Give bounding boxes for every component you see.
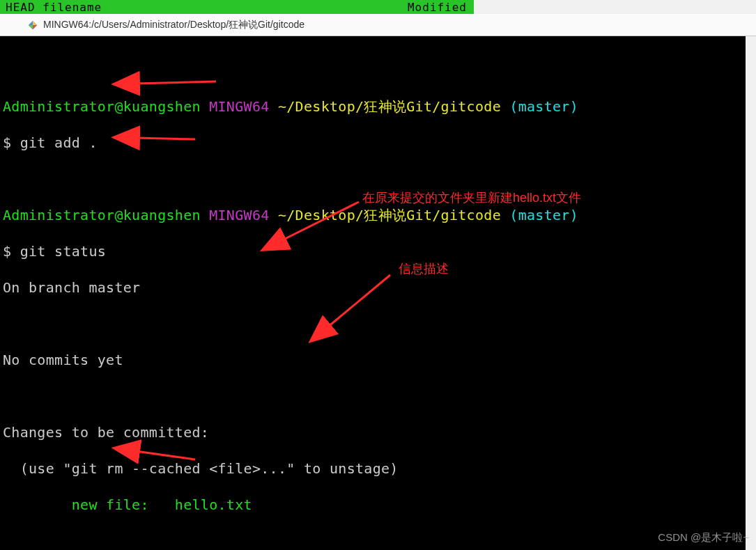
svg-marker-1	[33, 20, 37, 24]
out-newfile: new file: hello.txt	[3, 496, 746, 514]
statusbar-left: HEAD filename	[6, 1, 102, 14]
out-onbranch: On branch master	[3, 278, 746, 297]
statusbar-right: Modified	[408, 1, 467, 14]
svg-marker-3	[33, 25, 37, 29]
prompt-line: Administrator@kuangshen MINGW64 ~/Deskto…	[3, 206, 746, 224]
cmd-git-status: $ git status	[3, 242, 746, 260]
window-title-text: MINGW64:/c/Users/Administrator/Desktop/狂…	[43, 19, 304, 31]
window-title-bar[interactable]: MINGW64:/c/Users/Administrator/Desktop/狂…	[0, 14, 756, 36]
green-status-bar: HEAD filename Modified	[0, 0, 474, 14]
mingw-icon	[28, 20, 38, 30]
prompt-line: Administrator@kuangshen MINGW64 ~/Deskto…	[3, 97, 746, 116]
watermark: CSDN @是木子啦~	[658, 531, 749, 544]
cmd-git-add: $ git add .	[3, 134, 746, 152]
terminal[interactable]: Administrator@kuangshen MINGW64 ~/Deskto…	[0, 36, 746, 550]
svg-marker-2	[29, 25, 33, 29]
out-nocommits: No commits yet	[3, 351, 746, 369]
out-unstage-hint: (use "git rm --cached <file>..." to unst…	[3, 459, 746, 478]
out-changes-head: Changes to be committed:	[3, 423, 746, 441]
